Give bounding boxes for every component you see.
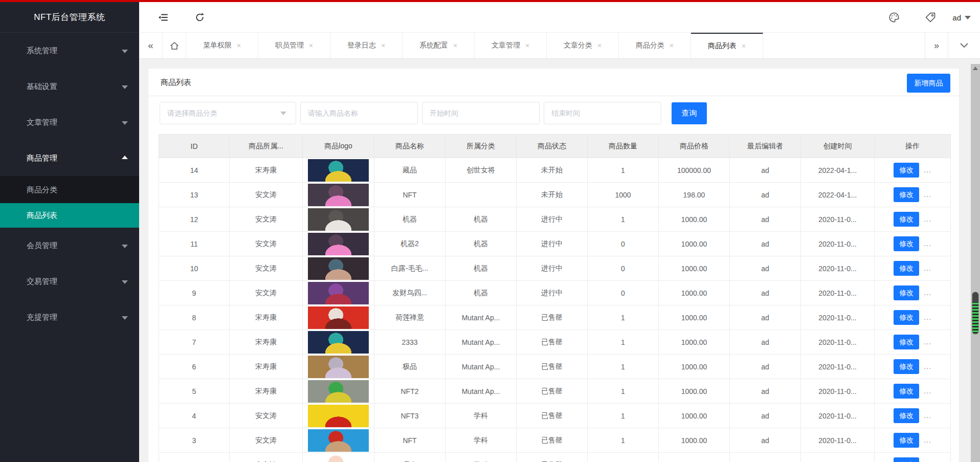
user-menu[interactable]: ad [952, 2, 971, 33]
product-logo [308, 454, 369, 462]
cell-editor: ad [730, 207, 801, 232]
search-button[interactable]: 查询 [672, 102, 707, 124]
cell-qty: 1 [588, 330, 659, 355]
more-actions[interactable]: ... [924, 166, 931, 174]
close-icon[interactable]: × [381, 41, 385, 50]
more-actions[interactable]: ... [924, 436, 931, 444]
cell-actions: 修改... [875, 428, 951, 453]
more-actions[interactable]: ... [924, 190, 931, 199]
collapse-sidebar-icon[interactable] [158, 13, 168, 22]
tabs-scroll-right-button[interactable]: » [925, 33, 948, 58]
sidebar-item-label: 会员管理 [27, 241, 57, 250]
table-body: 14宋寿康藏品创世女将未开始1100000.00ad2022-04-1...修改… [159, 158, 951, 462]
more-actions[interactable]: ... [924, 338, 931, 346]
edit-button[interactable]: 修改 [894, 187, 919, 202]
tab[interactable]: 文章分类× [547, 33, 619, 58]
sidebar-item[interactable]: 基础设置 [0, 69, 139, 104]
more-actions[interactable]: ... [924, 239, 931, 248]
product-name-input[interactable] [300, 102, 418, 124]
close-icon[interactable]: × [453, 41, 457, 50]
cell-qty: 1 [588, 355, 659, 379]
scrollbar-thumb[interactable] [972, 292, 979, 335]
cell-created: 2020-11-0... [801, 379, 875, 404]
edit-button[interactable]: 修改 [894, 433, 919, 448]
cell-price: 1000.00 [659, 404, 730, 428]
more-actions[interactable]: ... [924, 215, 931, 223]
edit-button[interactable]: 修改 [894, 408, 919, 423]
tab[interactable]: 系统配置× [403, 33, 475, 58]
sidebar-item[interactable]: 充提管理 [0, 299, 139, 335]
sidebar-item[interactable]: 系统管理 [0, 33, 139, 69]
tag-icon[interactable] [925, 12, 936, 23]
more-actions[interactable]: ... [924, 313, 931, 321]
cell-name: 藏品 [374, 158, 446, 183]
cell-logo [303, 158, 374, 183]
column-header: 创建时间 [801, 135, 875, 158]
sidebar-item[interactable]: 商品管理 [0, 140, 139, 176]
cell-created: 2020-11-0... [801, 232, 875, 256]
edit-button[interactable]: 修改 [894, 310, 919, 325]
cell-editor: ad [730, 330, 801, 355]
sidebar-subitem[interactable]: 商品列表 [0, 203, 139, 228]
scrollbar-up-arrow-icon[interactable] [973, 67, 978, 70]
edit-button[interactable]: 修改 [894, 261, 919, 276]
edit-button[interactable]: 修改 [894, 335, 919, 349]
more-actions[interactable]: ... [924, 387, 931, 395]
tabs-dropdown-button[interactable] [948, 33, 980, 58]
close-icon[interactable]: × [670, 41, 674, 50]
tab[interactable]: 登录日志× [330, 33, 403, 58]
close-icon[interactable]: × [742, 42, 746, 50]
cell-actions: 修改... [875, 355, 951, 379]
edit-button[interactable]: 修改 [894, 285, 919, 300]
more-actions[interactable]: ... [924, 264, 931, 272]
more-actions[interactable]: ... [924, 362, 931, 370]
tab[interactable]: 商品列表× [691, 33, 763, 58]
table-row: 7宋寿康2333Mutant Ap...已售罄11000.00ad2020-11… [159, 330, 951, 355]
sidebar-subitem[interactable]: 商品分类 [0, 176, 139, 203]
start-time-input[interactable] [422, 102, 540, 124]
palette-icon[interactable] [888, 12, 900, 23]
cell-name: 发财鸟四... [374, 281, 446, 305]
sidebar-item[interactable]: 会员管理 [0, 228, 139, 263]
cell-price: 1000.00 [659, 355, 730, 379]
add-product-button[interactable]: 新增商品 [907, 74, 950, 93]
table-row: 12安文涛机器机器进行中11000.00ad2020-11-0...修改... [159, 207, 951, 232]
cell-qty: 1000 [588, 183, 659, 207]
tab-bar: « 菜单权限×职员管理×登录日志×系统配置×文章管理×文章分类×商品分类×商品列… [139, 33, 980, 59]
refresh-icon[interactable] [195, 12, 205, 22]
sidebar-item[interactable]: 文章管理 [0, 104, 139, 140]
tab[interactable]: 职员管理× [258, 33, 330, 58]
edit-button[interactable]: 修改 [894, 384, 919, 399]
edit-button[interactable]: 修改 [894, 359, 919, 374]
close-icon[interactable]: × [237, 41, 241, 50]
more-actions[interactable]: ... [924, 411, 931, 420]
tab[interactable]: 文章管理× [475, 33, 547, 58]
more-actions[interactable]: ... [924, 460, 931, 462]
tab[interactable]: 菜单权限× [186, 33, 258, 58]
more-actions[interactable]: ... [924, 289, 931, 297]
sidebar-item[interactable]: 交易管理 [0, 263, 139, 299]
cell-created: 2022-04-1... [801, 183, 875, 207]
close-icon[interactable]: × [309, 41, 313, 50]
category-select[interactable]: 请选择商品分类 [160, 102, 296, 124]
close-icon[interactable]: × [525, 41, 529, 50]
chevron-down-icon [122, 316, 128, 320]
cell-name: 荷莲禅意 [374, 305, 446, 330]
tabs-scroll-left-button[interactable]: « [139, 33, 163, 58]
close-icon[interactable]: × [597, 41, 602, 50]
cell-price: 1000.00 [659, 379, 730, 404]
cell-status: 未开始 [517, 158, 588, 183]
edit-button[interactable]: 修改 [894, 457, 919, 462]
cell-price: 1000.00 [659, 207, 730, 232]
edit-button[interactable]: 修改 [894, 163, 919, 178]
end-time-input[interactable] [544, 102, 661, 124]
home-tab[interactable] [163, 33, 186, 58]
edit-button[interactable]: 修改 [894, 212, 919, 227]
cell-status: 进行中 [517, 256, 588, 281]
cell-logo [303, 256, 374, 281]
table-row: 11安文涛机器2机器进行中01000.00ad2020-11-0...修改... [159, 232, 951, 256]
cell-name: 2333 [374, 330, 446, 355]
edit-button[interactable]: 修改 [894, 236, 919, 251]
page-scrollbar[interactable] [971, 64, 980, 462]
tab[interactable]: 商品分类× [619, 33, 691, 58]
